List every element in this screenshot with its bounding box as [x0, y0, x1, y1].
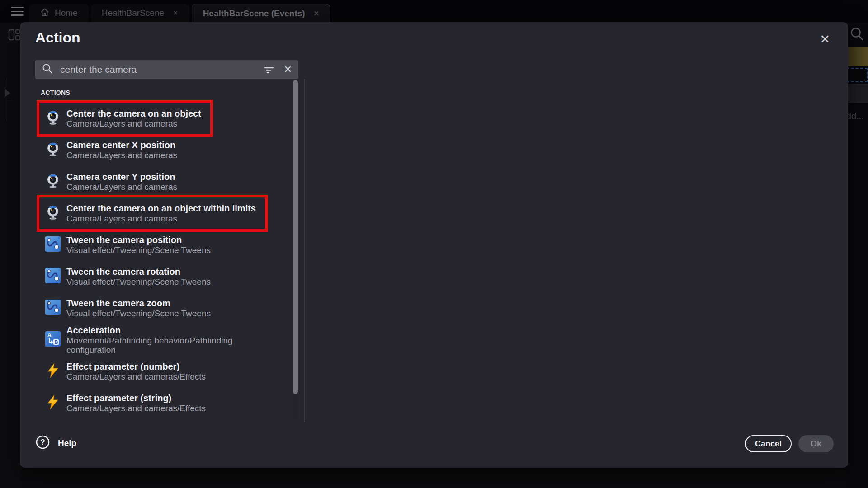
action-item-title: Effect parameter (number)	[66, 361, 206, 372]
action-list-item[interactable]: Center the camera on an object Camera/La…	[37, 100, 213, 137]
action-item-path: Camera/Layers and cameras	[66, 214, 256, 223]
action-list-item[interactable]: Tween the camera position Visual effect/…	[35, 229, 296, 261]
action-list-item[interactable]: Effect parameter (string) Camera/Layers …	[35, 387, 296, 419]
lightning-icon	[45, 363, 61, 380]
action-item-path: Camera/Layers and cameras	[66, 182, 177, 192]
list-scrollbar-track[interactable]	[293, 80, 298, 420]
section-header: ACTIONS	[41, 89, 296, 96]
ok-button[interactable]: Ok	[798, 435, 834, 452]
filter-icon[interactable]	[263, 64, 275, 75]
help-button[interactable]: ? Help	[35, 435, 76, 451]
action-list-item[interactable]: A B Acceleration Movement/Pathfinding be…	[35, 324, 296, 356]
action-list-item[interactable]: Tween the camera zoom Visual effect/Twee…	[35, 292, 296, 324]
action-item-title: Camera center X position	[66, 140, 177, 150]
search-input[interactable]	[59, 64, 259, 75]
action-item-title: Center the camera on an object within li…	[66, 203, 256, 214]
help-icon: ?	[35, 435, 50, 451]
action-list-item[interactable]: Effect parameter (number) Camera/Layers …	[35, 356, 296, 387]
action-item-path: Visual effect/Tweening/Scene Tweens	[66, 277, 211, 286]
pathfinding-icon: A B	[45, 331, 61, 348]
action-item-path: Visual effect/Tweening/Scene Tweens	[66, 309, 211, 318]
camera-icon	[45, 205, 61, 222]
dialog-title: Action	[35, 29, 80, 46]
action-item-title: Acceleration	[66, 325, 271, 336]
camera-icon	[45, 173, 61, 190]
lightning-icon	[45, 394, 61, 412]
action-item-path: Movement/Pathfinding behavior/Pathfindin…	[66, 336, 271, 355]
search-icon	[42, 63, 53, 76]
clear-search-icon[interactable]: ✕	[284, 64, 292, 75]
svg-text:A: A	[47, 332, 52, 338]
action-item-path: Camera/Layers and cameras	[66, 150, 177, 160]
action-item-title: Camera center Y position	[66, 172, 177, 182]
action-list-item[interactable]: Tween the camera rotation Visual effect/…	[35, 261, 296, 292]
panel-divider	[304, 79, 305, 422]
action-item-title: Effect parameter (string)	[66, 393, 206, 404]
action-item-title: Tween the camera zoom	[66, 298, 211, 309]
camera-icon	[45, 141, 61, 159]
action-item-path: Camera/Layers and cameras/Effects	[66, 372, 206, 381]
action-item-path: Camera/Layers and cameras/Effects	[66, 404, 206, 413]
action-item-title: Tween the camera rotation	[66, 267, 211, 277]
list-scrollbar-thumb[interactable]	[293, 80, 298, 394]
action-item-path: Camera/Layers and cameras	[66, 119, 201, 128]
dialog-close-icon[interactable]: ✕	[820, 32, 830, 47]
action-results-list: ACTIONS Center the camera on an object	[35, 84, 296, 420]
help-label: Help	[58, 438, 76, 448]
action-dialog: Action ✕ ✕ ACTIONS	[20, 22, 848, 468]
tween-icon	[45, 300, 61, 317]
action-list-item[interactable]: Center the camera on an object within li…	[37, 195, 268, 232]
action-item-title: Tween the camera position	[66, 235, 211, 245]
action-item-path: Visual effect/Tweening/Scene Tweens	[66, 245, 211, 255]
action-item-title: Center the camera on an object	[66, 108, 201, 119]
camera-icon	[45, 110, 61, 127]
svg-text:B: B	[55, 339, 58, 345]
svg-text:?: ?	[40, 438, 45, 446]
cancel-button[interactable]: Cancel	[745, 435, 792, 452]
tween-icon	[45, 268, 61, 285]
action-list-item[interactable]: Camera center Y position Camera/Layers a…	[35, 166, 296, 197]
action-list-item[interactable]: Camera center X position Camera/Layers a…	[35, 134, 296, 166]
tween-icon	[45, 236, 61, 253]
action-rows: Center the camera on an object Camera/La…	[35, 100, 296, 419]
action-search-bar[interactable]: ✕	[35, 60, 298, 79]
